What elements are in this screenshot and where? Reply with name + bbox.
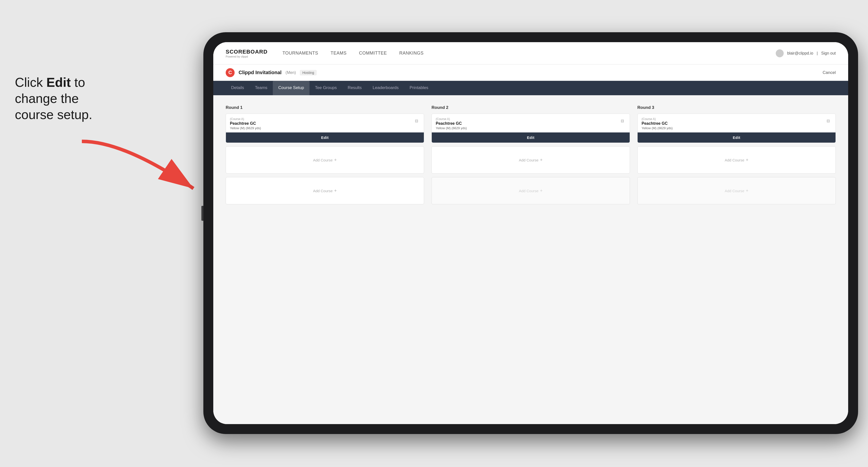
round-2-course-card: (Course A) Peachtree GC Yellow (M) (6629… (432, 114, 630, 143)
round-3-delete-button[interactable]: ⊟ (825, 117, 832, 124)
tab-teams[interactable]: Teams (249, 81, 273, 95)
round-3-add-course-1-label: Add Course + (725, 157, 748, 163)
round-3-add-course-2-label: Add Course + (725, 188, 748, 193)
round-2-edit-button[interactable]: Edit (432, 132, 630, 143)
round-1-delete-button[interactable]: ⊟ (413, 117, 420, 124)
plus-icon-3: + (540, 157, 542, 163)
tab-results[interactable]: Results (342, 81, 367, 95)
round-1-header: Round 1 (226, 105, 424, 110)
round-1-course-name: Peachtree GC (230, 121, 413, 126)
brand-subtitle: Powered by clippd (226, 55, 268, 58)
round-3-column: Round 3 (Course A) Peachtree GC Yellow (… (638, 105, 836, 208)
event-name: Clippd Invitational (239, 70, 281, 75)
main-content: Round 1 (Course A) Peachtree GC Yellow (… (213, 95, 848, 424)
round-2-add-course-1-label: Add Course + (519, 157, 542, 163)
round-1-course-info: (Course A) Peachtree GC Yellow (M) (6629… (230, 117, 413, 130)
instruction-bold: Edit (46, 75, 71, 90)
round-1-course-label: (Course A) (230, 117, 413, 121)
round-3-course-card: (Course A) Peachtree GC Yellow (M) (6629… (638, 114, 836, 143)
nav-rankings[interactable]: RANKINGS (399, 51, 424, 56)
round-1-add-course-1[interactable]: Add Course + (226, 146, 424, 174)
plus-icon-5: + (746, 157, 748, 163)
event-gender: (Men) (285, 70, 296, 75)
round-2-course-card-content: (Course A) Peachtree GC Yellow (M) (6629… (432, 114, 630, 132)
sign-out-link[interactable]: Sign out (821, 51, 836, 56)
round-1-edit-button[interactable]: Edit (226, 132, 424, 143)
round-2-course-info: (Course A) Peachtree GC Yellow (M) (6629… (436, 117, 619, 130)
round-3-course-label: (Course A) (642, 117, 825, 121)
round-2-add-course-2: Add Course + (432, 177, 630, 205)
round-1-column: Round 1 (Course A) Peachtree GC Yellow (… (226, 105, 424, 208)
round-3-add-course-2: Add Course + (638, 177, 836, 205)
tablet-device: SCOREBOARD Powered by clippd TOURNAMENTS… (204, 32, 858, 434)
nav-tournaments[interactable]: TOURNAMENTS (282, 51, 318, 56)
nav-committee[interactable]: COMMITTEE (359, 51, 387, 56)
round-1-add-course-1-label: Add Course + (313, 157, 337, 163)
round-1-course-tee: Yellow (M) (6629 yds) (230, 126, 413, 130)
round-3-course-tee: Yellow (M) (6629 yds) (642, 126, 825, 130)
tab-tee-groups[interactable]: Tee Groups (310, 81, 342, 95)
round-2-column: Round 2 (Course A) Peachtree GC Yellow (… (432, 105, 630, 208)
instruction-text: Click Edit to change the course setup. (15, 74, 134, 123)
tab-details[interactable]: Details (226, 81, 249, 95)
tab-course-setup[interactable]: Course Setup (273, 81, 310, 95)
brand: SCOREBOARD Powered by clippd (226, 49, 268, 58)
cancel-button[interactable]: Cancel (823, 70, 836, 75)
user-email: blair@clippd.io (787, 51, 813, 56)
tablet-side-button (202, 206, 204, 221)
clippd-logo: C (226, 68, 235, 77)
plus-icon-2: + (334, 188, 337, 193)
round-2-add-course-2-label: Add Course + (519, 188, 542, 193)
tab-printables[interactable]: Printables (404, 81, 434, 95)
sub-header-left: C Clippd Invitational (Men) Hosting (226, 68, 317, 77)
round-3-course-name: Peachtree GC (642, 121, 825, 126)
round-3-course-info: (Course A) Peachtree GC Yellow (M) (6629… (642, 117, 825, 130)
sub-header: C Clippd Invitational (Men) Hosting Canc… (213, 64, 848, 81)
plus-icon-4: + (540, 188, 542, 193)
round-3-header: Round 3 (638, 105, 836, 110)
plus-icon-1: + (334, 157, 337, 163)
app-content: SCOREBOARD Powered by clippd TOURNAMENTS… (213, 42, 848, 424)
tabs-bar: Details Teams Course Setup Tee Groups Re… (213, 81, 848, 95)
round-2-header: Round 2 (432, 105, 630, 110)
user-avatar (776, 49, 784, 57)
nav-teams[interactable]: TEAMS (331, 51, 347, 56)
top-nav: SCOREBOARD Powered by clippd TOURNAMENTS… (213, 42, 848, 64)
round-1-add-course-2[interactable]: Add Course + (226, 177, 424, 205)
nav-user: blair@clippd.io | Sign out (776, 49, 836, 57)
nav-separator: | (817, 51, 818, 56)
tablet-screen: SCOREBOARD Powered by clippd TOURNAMENTS… (213, 42, 848, 424)
round-3-add-course-1[interactable]: Add Course + (638, 146, 836, 174)
round-2-add-course-1[interactable]: Add Course + (432, 146, 630, 174)
round-2-course-name: Peachtree GC (436, 121, 619, 126)
round-3-course-card-content: (Course A) Peachtree GC Yellow (M) (6629… (638, 114, 836, 132)
round-1-course-card: (Course A) Peachtree GC Yellow (M) (6629… (226, 114, 424, 143)
round-2-course-label: (Course A) (436, 117, 619, 121)
brand-title: SCOREBOARD (226, 49, 268, 55)
round-3-edit-button[interactable]: Edit (638, 132, 836, 143)
nav-links: TOURNAMENTS TEAMS COMMITTEE RANKINGS (282, 51, 776, 56)
plus-icon-6: + (746, 188, 748, 193)
round-2-course-tee: Yellow (M) (6629 yds) (436, 126, 619, 130)
tab-leaderboards[interactable]: Leaderboards (367, 81, 404, 95)
hosting-badge: Hosting (300, 70, 316, 75)
round-1-course-card-content: (Course A) Peachtree GC Yellow (M) (6629… (226, 114, 424, 132)
round-2-delete-button[interactable]: ⊟ (619, 117, 626, 124)
rounds-grid: Round 1 (Course A) Peachtree GC Yellow (… (226, 105, 836, 208)
round-1-add-course-2-label: Add Course + (313, 188, 337, 193)
